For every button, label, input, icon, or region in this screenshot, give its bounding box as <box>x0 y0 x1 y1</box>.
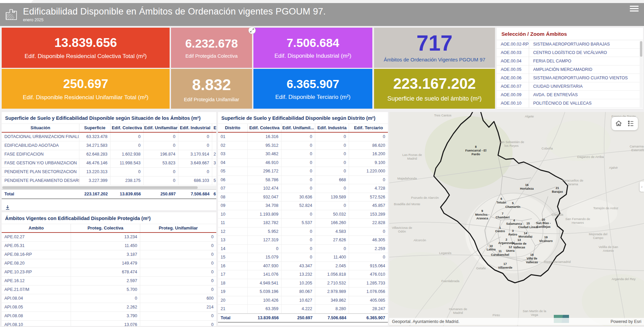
table-row: 06 58.786 0 668 0 <box>218 176 388 185</box>
col-situacion: Situación <box>2 124 79 132</box>
col-proteg-colectiva: Proteg. Colectiva <box>71 224 140 232</box>
situacion-total-row: Total 223.167.202 13.839.656 250.697 7.5… <box>2 189 216 199</box>
kpi-label: Edif. Disponible Terciario (m²) <box>275 94 351 101</box>
table-row: PENDIENTE PLAN SECTORIZACION 13.220.313 … <box>2 168 216 176</box>
distrito-body: 01 16.316 0 0 0 02 95.312 0 0 86.620 03 … <box>218 133 388 314</box>
ambito-code: AOE.00.02-RP <box>497 40 529 49</box>
col-edif-colectiva: Edif. Colectiva <box>110 124 144 132</box>
seleccion-list-item[interactable]: AOE.00.02-RP SISTEMA AEROPORTUARIO BARAJ… <box>497 40 643 49</box>
app-logo-icon <box>5 8 18 21</box>
kpi-industrial: 7.506.684 Edif. Disponible Industrial (m… <box>253 28 372 68</box>
table-row: 11 182.782 5.537 166.260 22.828 <box>218 219 388 227</box>
protegida-title: Ámbitos Vigentes con Edificabilidad Disp… <box>2 212 216 224</box>
table-row: 10 1.193.809 0 50.032 153.289 <box>218 210 388 219</box>
expand-icon[interactable] <box>248 27 256 34</box>
ambito-code: AOE.00.06 <box>497 74 529 82</box>
kpi-value: 7.506.684 <box>287 36 339 50</box>
table-row: 14 0 0 0 2.259 <box>218 245 388 253</box>
kpi-label: Ámbitos de Ordenación Vigentes PGOUM 97 <box>384 57 486 62</box>
kpi-label: Superficie de suelo del ámbito (m²) <box>387 95 481 102</box>
ambito-code: AOE.00.10 <box>497 99 529 108</box>
header: Edificabilidad Disponible en Ámbitos de … <box>0 3 644 26</box>
situacion-panel: Superficie de Suelo y Edificabilidad Dis… <box>2 112 216 210</box>
kpi-value: 8.832 <box>192 76 231 94</box>
seleccion-list-item[interactable]: AOE.00.09 AVDA. DE ENTREVÍAS <box>497 91 643 99</box>
kpi-label: Edif. Disponible Residencial Unifamiliar… <box>23 94 149 101</box>
table-row: 20 100.426 10.627 349.862 405.085 <box>218 296 388 305</box>
table-row: 16 407.930 43.347 2.045 915.064 <box>218 262 388 271</box>
ambito-name: FERIA DEL CAMPO <box>529 57 643 65</box>
scrollbar-horizontal[interactable] <box>2 186 216 189</box>
distrito-total-row: Total 13.839.656 250.697 7.506.684 6.365… <box>218 314 388 323</box>
kpi-ambitos-vigentes: 717 Ámbitos de Ordenación Vigentes PGOUM… <box>374 28 495 68</box>
table-row: 18 4.949.541 10.205 2.710.532 1.285.733 <box>218 279 388 288</box>
table-row: 05 296.172 0 0 1.220.000 <box>218 167 388 176</box>
download-icon[interactable] <box>5 205 10 210</box>
col-edif-industrial: Edif. Industrial <box>178 124 212 132</box>
kpi-terciario: 6.365.907 Edif. Disponible Terciario (m²… <box>253 69 372 109</box>
col-superficie: Superficie <box>79 124 110 132</box>
ambito-name: AVDA. DE ENTREVÍAS <box>529 91 643 99</box>
ambito-code: AOE.00.07 <box>497 82 529 91</box>
kpi-value: 223.167.202 <box>393 75 476 92</box>
seleccion-list-item[interactable]: AOE.00.05 AMPLIACIÓN MERCAMADRID <box>497 65 643 74</box>
top-strip <box>0 0 644 3</box>
seleccion-list-item[interactable]: AOE.00.07 CIUDAD UNIVERSITARIA <box>497 82 643 91</box>
table-row: 15 15.079 0 11.400 0 <box>218 253 388 262</box>
table-row: APE.05.31 11.450 0 <box>2 242 216 250</box>
kpi-label: Edif. Disponible Industrial (m²) <box>274 53 351 59</box>
panel-collapse-handle[interactable]: › <box>640 182 644 192</box>
ambito-name: SISTEMA AEROPORTUARIO CUATRO VIENTOS <box>529 74 643 82</box>
table-row: APE.10.23-RP 678.474 0 <box>2 268 216 277</box>
kpi-residencial-unifamiliar: 250.697 Edif. Disponible Residencial Uni… <box>2 69 170 109</box>
ambito-code: AOE.00.09 <box>497 91 529 99</box>
scrollbar-vertical[interactable] <box>640 41 643 108</box>
situacion-title: Superficie de Suelo y Edificabilidad Dis… <box>2 112 216 124</box>
protegida-body: APE.02.27 13.234 0 APE.05.31 11.450 0 AP… <box>2 233 216 327</box>
table-row: 08 932.047 30.636 139.589 572.526 <box>218 193 388 202</box>
table-row: PENDIENTE PLANEAMIENTO DESARROLLO 3.227.… <box>2 176 216 185</box>
col-edif-unifamiliar: Edif. Unifamil... <box>281 124 315 132</box>
table-row: APE.08.20 149.479 0 <box>2 259 216 268</box>
protegida-panel: Ámbitos Vigentes con Edificabilidad Disp… <box>2 212 216 327</box>
home-icon[interactable] <box>614 118 624 129</box>
situacion-body: DOTACIONAL URBANIZACION FINALIZADA 63.32… <box>2 133 216 185</box>
seleccion-list-item[interactable]: AOE.00.06 SISTEMA AEROPORTUARIO CUATRO V… <box>497 74 643 82</box>
ambito-name: SISTEMA AEROPORTUARIO BARAJAS <box>529 40 643 49</box>
table-row: API.08.04 0 600 <box>2 294 216 303</box>
table-row: APE.21.07/M 5.700 0 <box>2 285 216 294</box>
col-proteg-unifamiliar: Proteg. Unifamiliar <box>140 224 216 232</box>
seleccion-list: AOE.00.02-RP SISTEMA AEROPORTUARIO BARAJ… <box>497 40 643 108</box>
page-title: Edificabilidad Disponible en Ámbitos de … <box>23 7 326 17</box>
seleccion-list-item[interactable]: AOE.00.03 CENTRO LOGÍSTICO DE VICÁLVARO <box>497 49 643 57</box>
ambito-name: AMPLIACIÓN MERCAMADRID <box>529 65 643 74</box>
ambito-name: CIUDAD UNIVERSITARIA <box>529 82 643 91</box>
col-edif-unifamiliar: Edif. Unifamiliar <box>144 124 178 132</box>
seleccion-list-item[interactable]: AOE.00.04 FERIA DEL CAMPO <box>497 57 643 65</box>
col-edif-industria: Edif. Industria <box>315 124 349 132</box>
attribution-esri: Powered by Esri <box>611 319 641 324</box>
col-edif-terciario: Edif. Terciario <box>349 124 388 132</box>
table-row: 19 5.039.196 80.067 2.978.989 1.076.056 <box>218 288 388 296</box>
map[interactable]: 8 Fuencarral - El Pardo 16 Hortaleza 21 … <box>389 112 644 326</box>
hamburger-menu-icon[interactable] <box>630 6 639 12</box>
ambito-code: AOE.00.05 <box>497 65 529 74</box>
seleccion-zoom-panel: Selección / Zoom Ámbitos AOE.00.02-RP SI… <box>497 28 643 109</box>
distrito-panel: Superficie de Suelo y Edificabilidad Dis… <box>218 112 388 325</box>
table-row: 02 95.312 0 0 86.620 <box>218 141 388 150</box>
table-row: FASE GESTION Y/O URBANIZACION 46.476.146… <box>2 159 216 168</box>
kpi-superficie-suelo: 223.167.202 Superficie de suelo del ámbi… <box>374 69 495 109</box>
kpi-label: Edif Protegida Colectiva <box>185 53 238 59</box>
table-row: 17 141.076 13.232 1.056.818 476.010 <box>218 270 388 279</box>
seleccion-list-item[interactable]: AOE.00.10 POLITÉCNICO DE VALLECAS <box>497 99 643 108</box>
kpi-value: 250.697 <box>63 77 108 91</box>
legend-icon[interactable] <box>626 118 636 129</box>
table-row: EDIFICABILIDAD AGOTADA 34.271.583 0 0 0 <box>2 141 216 150</box>
ambito-code: AOE.00.03 <box>497 49 529 57</box>
table-row: 13 127.319 0 27.626 46.305 <box>218 236 388 245</box>
table-row: FASE EDIFICACION 62.648.283 1.602.938 19… <box>2 150 216 159</box>
situacion-header-row: Situación Superficie Edif. Colectiva Edi… <box>2 124 216 133</box>
map-attribution: Geoportal. Ayuntamiento de Madrid. Power… <box>389 318 644 325</box>
table-row: 07 102.474 0 0 4.728 <box>218 184 388 193</box>
seleccion-title: Selección / Zoom Ámbitos <box>497 28 643 40</box>
